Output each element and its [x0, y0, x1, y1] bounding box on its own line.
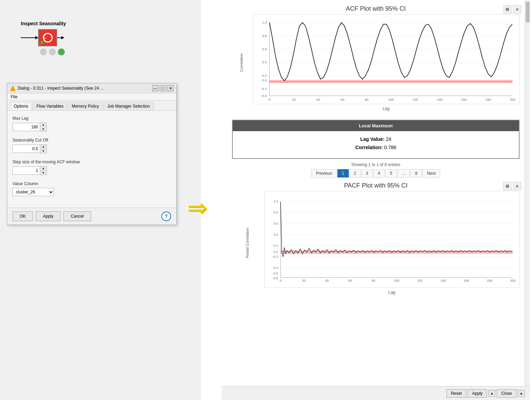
seasonality-cut-off-buttons[interactable]: ▲ ▼ [40, 144, 47, 153]
svg-text:1.0: 1.0 [262, 20, 267, 24]
node-title: Inspect Seasonality [21, 21, 66, 26]
svg-text:0.8: 0.8 [274, 211, 278, 214]
max-lag-input[interactable] [12, 123, 40, 131]
dialog-tabs[interactable]: Options Flow Variables Memory Policy Job… [7, 101, 176, 111]
dialog-footer: OK Apply Cancel ? [7, 208, 176, 225]
pacf-expand-icon[interactable]: ⊞ [503, 182, 512, 190]
svg-text:200: 200 [510, 98, 515, 101]
acf-x-label: Lag [252, 106, 520, 111]
tab-memory-policy[interactable]: Memory Policy [68, 102, 103, 110]
svg-text:-0.4: -0.4 [261, 94, 267, 98]
page-2[interactable]: 2 [349, 169, 361, 178]
svg-text:140: 140 [441, 279, 446, 282]
svg-text:0.2: 0.2 [262, 74, 267, 78]
node-status [40, 48, 66, 55]
seasonality-cut-off-spinner[interactable]: ▲ ▼ [12, 144, 47, 153]
reset-button[interactable]: Reset [446, 389, 466, 398]
local-max-title: Local Maximum [359, 123, 393, 128]
node-red-dot [52, 41, 55, 44]
page-3[interactable]: 3 [361, 169, 373, 178]
page-next[interactable]: Next [423, 169, 440, 178]
node-area: Inspect Seasonality [21, 21, 66, 55]
max-lag-label: Max Lag [12, 116, 171, 121]
seasonality-cut-off-input[interactable] [12, 145, 40, 153]
acf-plot-title: ACF Plot with 95% CI [229, 5, 523, 12]
lag-label: Lag Value: [360, 136, 384, 142]
pagination-buttons[interactable]: Previous 1 2 3 4 5 ... 8 Next [222, 169, 530, 178]
apply-button[interactable]: Apply [36, 211, 61, 221]
menu-file[interactable]: File [11, 94, 17, 99]
step-size-input[interactable] [12, 166, 40, 175]
page-previous[interactable]: Previous [311, 169, 337, 178]
seasonality-cut-off-up[interactable]: ▲ [40, 145, 46, 149]
dialog-title-area: Dialog - 0:311 - Inspect Seasonality (Se… [10, 85, 104, 91]
minimize-button[interactable]: — [152, 85, 158, 91]
corr-label: Correlation: [355, 145, 383, 150]
acf-plot-icons[interactable]: ⊞ ≡ [503, 5, 521, 13]
status-circle-2 [49, 48, 56, 55]
svg-text:160: 160 [464, 279, 469, 282]
svg-text:0.0: 0.0 [262, 78, 267, 82]
svg-text:0.6: 0.6 [262, 47, 267, 51]
node-arrow-in [21, 37, 38, 38]
help-button[interactable]: ? [161, 211, 171, 221]
warning-icon [10, 85, 16, 91]
svg-text:200: 200 [510, 279, 515, 282]
dialog-menu[interactable]: File [7, 93, 176, 101]
step-size-down[interactable]: ▼ [40, 171, 46, 175]
svg-text:-0.2: -0.2 [273, 255, 278, 258]
scroll-up-button[interactable]: ▲ [488, 390, 495, 397]
cancel-button[interactable]: Cancel [63, 211, 91, 221]
ok-button[interactable]: OK [12, 211, 33, 221]
dialog-title: Dialog - 0:311 - Inspect Seasonality (Se… [18, 86, 104, 91]
scrollbar-thumb[interactable] [526, 2, 530, 22]
seasonality-cut-off-label: Seasonality Cut Off [12, 138, 171, 143]
maximize-button[interactable]: □ [160, 85, 166, 91]
svg-text:100: 100 [388, 98, 394, 101]
pacf-plot-title: PACF Plot with 95% CI [229, 182, 523, 189]
step-size-up[interactable]: ▲ [40, 166, 46, 171]
correlation-row: Correlation: 0.786 [240, 145, 512, 150]
status-circle-3 [58, 48, 65, 55]
page-1[interactable]: 1 [337, 169, 349, 178]
dialog-titlebar: Dialog - 0:311 - Inspect Seasonality (Se… [7, 83, 176, 93]
page-ellipsis: ... [397, 169, 410, 178]
acf-expand-icon[interactable]: ⊞ [503, 5, 512, 13]
node-box[interactable] [38, 29, 57, 46]
max-lag-buttons[interactable]: ▲ ▼ [40, 122, 47, 131]
svg-text:80: 80 [372, 279, 375, 282]
page-8[interactable]: 8 [410, 169, 422, 178]
acf-menu-icon[interactable]: ≡ [513, 5, 521, 13]
max-lag-spinner[interactable]: ▲ ▼ [12, 122, 47, 131]
step-size-group: Step size of the moving ACF window ▲ ▼ [12, 160, 171, 175]
dialog-controls[interactable]: — □ ✕ [152, 85, 174, 91]
local-max-box: Local Maximum Lag Value: 24 Correlation:… [232, 120, 520, 159]
max-lag-up[interactable]: ▲ [40, 123, 46, 127]
tab-options[interactable]: Options [10, 102, 32, 110]
max-lag-down[interactable]: ▼ [40, 127, 46, 131]
page-4[interactable]: 4 [373, 169, 385, 178]
svg-text:0: 0 [280, 279, 281, 282]
scroll-down-button[interactable]: ▲ [518, 390, 525, 397]
tab-job-manager[interactable]: Job Manager Selection [104, 102, 154, 110]
svg-text:0.6: 0.6 [274, 222, 278, 225]
svg-text:0: 0 [268, 98, 270, 101]
close-button[interactable]: ✕ [167, 85, 174, 91]
dialog-content: Max Lag ▲ ▼ Seasonality Cut Off ▲ ▼ [7, 111, 176, 208]
scrollbar[interactable] [525, 0, 530, 386]
node-green-dot [40, 41, 44, 44]
pacf-menu-icon[interactable]: ≡ [513, 182, 521, 190]
seasonality-cut-off-down[interactable]: ▼ [40, 149, 46, 153]
step-size-spinner[interactable]: ▲ ▼ [12, 166, 47, 175]
bottom-apply-button[interactable]: Apply [468, 389, 487, 398]
svg-text:0.2: 0.2 [274, 244, 278, 247]
value-column-select[interactable]: cluster_26 [12, 188, 54, 196]
pacf-chart: 1.0 0.8 0.6 0.4 0.2 0.0 -0.2 -0.4 -0.6 -… [264, 191, 520, 288]
svg-text:0.4: 0.4 [262, 60, 267, 64]
step-size-buttons[interactable]: ▲ ▼ [40, 166, 47, 175]
page-5[interactable]: 5 [385, 169, 397, 178]
svg-text:40: 40 [316, 98, 320, 101]
tab-flow-variables[interactable]: Flow Variables [33, 102, 67, 110]
pacf-plot-icons[interactable]: ⊞ ≡ [503, 182, 521, 190]
close-button[interactable]: Close [497, 389, 516, 398]
